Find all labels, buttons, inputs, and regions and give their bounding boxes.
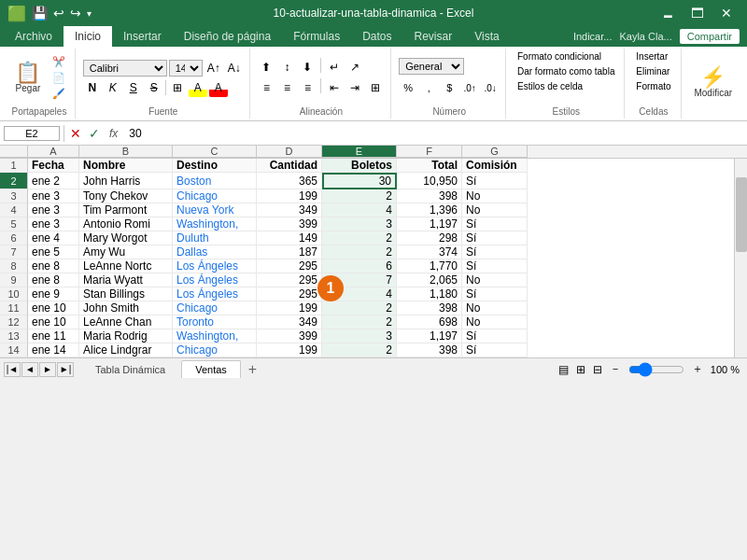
- paste-button[interactable]: 📋 Pegar: [9, 61, 47, 95]
- cell-F7[interactable]: 374: [397, 245, 462, 259]
- formato-celda-button[interactable]: Formato: [632, 80, 674, 92]
- num-format-select[interactable]: General: [399, 58, 464, 75]
- cell-G10[interactable]: Sí: [462, 287, 528, 301]
- cell-B11[interactable]: John Smith: [79, 301, 173, 315]
- quick-access-save[interactable]: 💾: [32, 6, 48, 21]
- dar-formato-tabla-button[interactable]: Dar formato como tabla: [514, 65, 619, 77]
- cell-C7[interactable]: Dallas: [173, 245, 257, 259]
- row-num-7[interactable]: 7: [0, 245, 28, 259]
- increase-font-button[interactable]: A↑: [204, 59, 223, 77]
- cell-G8[interactable]: Sí: [462, 259, 528, 273]
- formula-cancel-icon[interactable]: ✕: [68, 126, 83, 141]
- row-num-1[interactable]: 1: [0, 159, 28, 173]
- font-color-button[interactable]: A: [209, 78, 228, 97]
- row-num-5[interactable]: 5: [0, 217, 28, 231]
- cell-E14[interactable]: 2: [322, 343, 397, 357]
- next-sheet-button[interactable]: ►: [39, 362, 56, 377]
- cell-A1[interactable]: Fecha: [28, 159, 79, 173]
- align-right-button[interactable]: ≡: [298, 78, 317, 97]
- cell-B9[interactable]: Maria Wyatt: [79, 273, 173, 287]
- insertar-celda-button[interactable]: Insertar: [632, 50, 671, 63]
- tab-inicio[interactable]: Inicio: [63, 26, 112, 47]
- close-button[interactable]: ✕: [713, 4, 740, 22]
- cell-G6[interactable]: Sí: [462, 231, 528, 245]
- formula-ok-icon[interactable]: ✓: [87, 126, 102, 141]
- tab-tabla-dinamica[interactable]: Tabla Dinámica: [81, 360, 179, 378]
- cell-B14[interactable]: Alice Lindgrar: [79, 343, 173, 357]
- merge-button[interactable]: ⊞: [366, 78, 385, 97]
- cell-A12[interactable]: ene 10: [28, 315, 79, 329]
- cell-C12[interactable]: Toronto: [173, 315, 257, 329]
- cell-C14[interactable]: Chicago: [173, 343, 257, 357]
- col-header-A[interactable]: A: [28, 146, 79, 158]
- fill-color-button[interactable]: A: [189, 78, 207, 97]
- cell-D10[interactable]: 295: [257, 287, 322, 301]
- tab-revisar[interactable]: Revisar: [403, 26, 464, 47]
- cell-G2[interactable]: Sí: [462, 173, 528, 189]
- share-button[interactable]: Compartir: [680, 29, 740, 44]
- cell-A4[interactable]: ene 3: [28, 203, 79, 217]
- cut-button[interactable]: ✂️: [49, 55, 69, 69]
- row-num-10[interactable]: 10: [0, 287, 28, 301]
- quick-access-undo[interactable]: ↩: [53, 6, 64, 21]
- decrease-indent-button[interactable]: ⇤: [325, 78, 344, 97]
- tab-archivo[interactable]: Archivo: [4, 26, 63, 47]
- vertical-scrollbar[interactable]: [734, 159, 747, 357]
- comma-button[interactable]: ,: [419, 78, 438, 97]
- tab-ventas[interactable]: Ventas: [181, 360, 241, 378]
- increase-indent-button[interactable]: ⇥: [345, 78, 364, 97]
- cell-F13[interactable]: 1,197: [397, 329, 462, 343]
- cell-A6[interactable]: ene 4: [28, 231, 79, 245]
- border-button[interactable]: ⊞: [168, 78, 187, 97]
- cell-D6[interactable]: 149: [257, 231, 322, 245]
- col-header-E[interactable]: E: [322, 146, 397, 158]
- cell-E9[interactable]: 7: [322, 273, 397, 287]
- cell-A5[interactable]: ene 3: [28, 217, 79, 231]
- cell-G1[interactable]: Comisión: [462, 159, 528, 173]
- row-num-3[interactable]: 3: [0, 189, 28, 203]
- cell-C2[interactable]: Boston: [173, 173, 257, 189]
- col-header-D[interactable]: D: [257, 146, 322, 158]
- cell-reference-box[interactable]: [4, 126, 60, 141]
- cell-G14[interactable]: Sí: [462, 343, 528, 357]
- cell-D14[interactable]: 199: [257, 343, 322, 357]
- cell-A7[interactable]: ene 5: [28, 245, 79, 259]
- cell-F1[interactable]: Total: [397, 159, 462, 173]
- cell-F6[interactable]: 298: [397, 231, 462, 245]
- decrease-decimal-button[interactable]: .0↓: [481, 78, 500, 97]
- cell-D5[interactable]: 399: [257, 217, 322, 231]
- cell-F3[interactable]: 398: [397, 189, 462, 203]
- cell-D13[interactable]: 399: [257, 329, 322, 343]
- row-num-2[interactable]: 2: [0, 173, 28, 189]
- align-left-button[interactable]: ≡: [257, 78, 275, 97]
- font-size-select[interactable]: 14: [169, 60, 203, 77]
- cell-B4[interactable]: Tim Parmont: [79, 203, 173, 217]
- row-num-12[interactable]: 12: [0, 315, 28, 329]
- row-num-14[interactable]: 14: [0, 343, 28, 357]
- cell-B1[interactable]: Nombre: [79, 159, 173, 173]
- zoom-slider[interactable]: [628, 364, 684, 375]
- align-bottom-button[interactable]: ⬇: [298, 58, 317, 77]
- cell-B7[interactable]: Amy Wu: [79, 245, 173, 259]
- cell-B6[interactable]: Mary Worgot: [79, 231, 173, 245]
- cell-C11[interactable]: Chicago: [173, 301, 257, 315]
- scrollbar-thumb[interactable]: [736, 177, 747, 252]
- cell-E7[interactable]: 2: [322, 245, 397, 259]
- cell-F5[interactable]: 1,197: [397, 217, 462, 231]
- quick-access-more[interactable]: ▾: [87, 8, 92, 19]
- cell-B13[interactable]: Maria Rodrig: [79, 329, 173, 343]
- row-num-11[interactable]: 11: [0, 301, 28, 315]
- minimize-button[interactable]: 🗕: [654, 4, 682, 22]
- cell-G7[interactable]: Sí: [462, 245, 528, 259]
- maximize-button[interactable]: 🗖: [684, 4, 712, 22]
- angle-button[interactable]: ↗: [345, 58, 364, 77]
- font-family-select[interactable]: Calibri: [83, 60, 167, 77]
- italic-button[interactable]: K: [104, 78, 122, 97]
- cell-E8[interactable]: 6: [322, 259, 397, 273]
- cell-G9[interactable]: No: [462, 273, 528, 287]
- cell-C5[interactable]: Washington,: [173, 217, 257, 231]
- row-num-8[interactable]: 8: [0, 259, 28, 273]
- strikethrough-button[interactable]: S: [145, 78, 163, 97]
- cell-B12[interactable]: LeAnne Chan: [79, 315, 173, 329]
- format-painter-button[interactable]: 🖌️: [49, 87, 69, 101]
